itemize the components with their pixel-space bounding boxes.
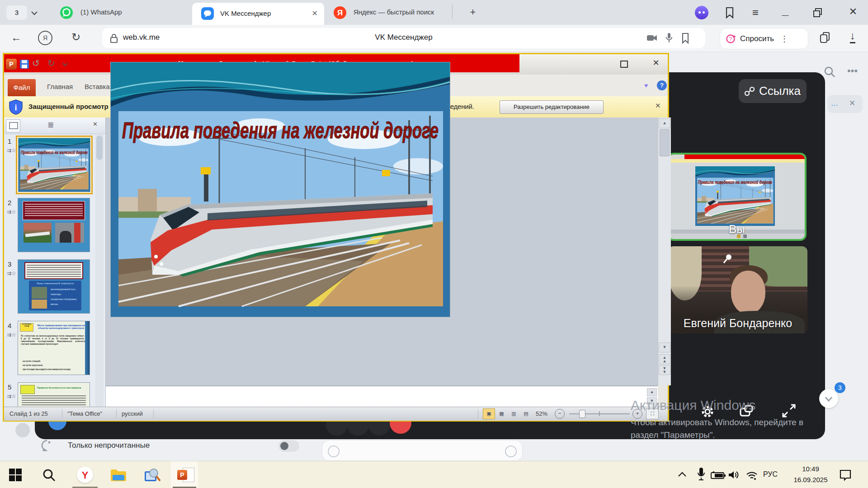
heart-icon[interactable]: ♥	[644, 82, 648, 89]
slide-thumbnail[interactable]: ОСТОРОЖНО ПОЕЗД Места травмирования при …	[18, 321, 90, 375]
expand-icon[interactable]	[781, 403, 797, 418]
tray-language-indicator[interactable]: РУС	[763, 470, 778, 479]
call-tile-participant[interactable]: Евгений Бондаренко	[668, 246, 807, 333]
slide-thumbnail[interactable]: Зоны повышенной опасности железнодорожны…	[18, 259, 90, 314]
collections-icon[interactable]	[819, 31, 832, 44]
protected-view-label: Защищенный просмотр	[28, 103, 108, 110]
undo-icon[interactable]: ↺	[32, 58, 40, 69]
start-button-icon[interactable]	[9, 469, 22, 481]
tray-wifi-icon[interactable]	[745, 470, 759, 480]
refresh-icon[interactable]: ↻	[71, 31, 80, 43]
attach-icon[interactable]	[505, 446, 517, 457]
minimize-button[interactable]: ＿	[778, 5, 792, 18]
tray-speaker-icon[interactable]	[728, 469, 741, 480]
powerpoint-logo-icon[interactable]: P	[6, 59, 17, 70]
pinned-link-text[interactable]: …	[831, 99, 838, 108]
windows-activation-line2: Чтобы активировать Windows, перейдите в	[631, 418, 803, 427]
save-icon[interactable]	[19, 59, 29, 69]
redo-icon[interactable]: ↻	[47, 58, 55, 69]
bookmark-flag-icon[interactable]	[681, 33, 690, 44]
scroll-up-icon[interactable]: ▲	[659, 118, 670, 128]
tab-slides[interactable]	[6, 119, 20, 132]
main-slide[interactable]	[111, 62, 450, 317]
language-indicator[interactable]: русский	[122, 410, 143, 417]
tray-date[interactable]: 16.09.2025	[787, 476, 835, 483]
call-link-button[interactable]: Ссылка	[739, 79, 807, 103]
alice-assistant-icon[interactable]	[695, 6, 708, 19]
yandex-home-button[interactable]: Я	[38, 31, 52, 45]
new-tab-button[interactable]: +	[466, 5, 480, 20]
restore-button[interactable]	[813, 8, 823, 18]
chevron-down-icon[interactable]	[30, 10, 39, 16]
tray-microphone-icon[interactable]	[697, 467, 705, 482]
tray-battery-icon[interactable]	[711, 471, 726, 479]
slide-thumbnail[interactable]: Правила безопасности пассажиров	[18, 382, 90, 409]
slide-thumbnail-selected[interactable]	[16, 136, 93, 194]
emoji-icon[interactable]	[328, 446, 340, 457]
notes-pane[interactable]: ▲ ▼	[106, 385, 658, 408]
tray-time[interactable]: 10:49	[790, 465, 831, 473]
tab-counter-button[interactable]: 3	[6, 5, 27, 20]
thumbnail-row-4[interactable]: 4 ⇉☆ ОСТОРОЖНО ПОЕЗД Места травмирования…	[5, 320, 95, 379]
slide-thumbnail[interactable]	[18, 198, 90, 252]
slideshow-view-button[interactable]: ▤	[520, 409, 532, 419]
scroll-down-button[interactable]	[819, 389, 838, 408]
close-panel-icon[interactable]: ✕	[93, 121, 98, 127]
slide-sorter-view-button[interactable]: ▦	[496, 409, 507, 419]
avatar[interactable]	[15, 423, 30, 437]
bookmarks-icon[interactable]	[724, 6, 735, 19]
enable-editing-button[interactable]: Разрешить редактирование	[500, 100, 604, 114]
microphone-icon[interactable]	[665, 33, 673, 43]
zoom-out-button[interactable]: −	[555, 409, 565, 419]
call-tile-you[interactable]: Вы	[667, 153, 807, 241]
next-slide-button[interactable]: ▼▼	[659, 365, 670, 375]
more-options-icon[interactable]: •••	[847, 65, 858, 77]
taskbar-explorer-icon[interactable]	[110, 469, 127, 482]
help-icon[interactable]: ?	[657, 80, 667, 90]
previous-slide-button[interactable]: ▲▲	[659, 354, 670, 364]
close-button[interactable]: ✕	[648, 58, 664, 68]
zoom-percentage[interactable]: 52%	[536, 410, 547, 417]
notes-scroll-up[interactable]: ▲	[647, 388, 657, 396]
thumbnail-scrollbar[interactable]	[95, 135, 104, 408]
more-dots-icon[interactable]: ⋮	[780, 34, 788, 44]
thumbnail-row-5[interactable]: 5 ⇉☆ Правила безопасности пассажиров	[5, 381, 95, 409]
taskbar-yandex-browser-icon[interactable]: Y	[77, 467, 93, 483]
taskbar-magnifier-app-icon[interactable]	[144, 468, 161, 483]
pin-icon[interactable]	[722, 253, 733, 265]
close-icon[interactable]: ✕	[312, 9, 318, 18]
unread-filter-toggle[interactable]	[278, 440, 299, 452]
thumbnail-row-3[interactable]: 3 ⇉☆ Зоны повышенной опасности железнодо…	[5, 258, 95, 317]
search-icon[interactable]	[824, 66, 835, 78]
slide-scrollbar[interactable]: ▲ ▼ ▲▲ ▼▼	[658, 117, 671, 385]
close-button[interactable]: ✕	[846, 6, 860, 18]
camera-icon[interactable]	[646, 34, 657, 42]
tab-yandex[interactable]: Яндекс — быстрый поиск	[354, 8, 449, 16]
tray-chevron-up-icon[interactable]	[677, 471, 687, 478]
close-icon[interactable]: ✕	[849, 99, 855, 108]
zoom-slider-thumb[interactable]	[579, 410, 585, 418]
tab-vk-messenger[interactable]: VK Мессенджер ✕	[192, 3, 324, 25]
thumbnail-row-2[interactable]: 2 ⇉☆	[5, 197, 95, 256]
maximize-button[interactable]	[616, 59, 632, 70]
downloads-icon[interactable]: ↓	[850, 29, 855, 43]
back-button[interactable]: ←	[11, 31, 22, 44]
menu-icon[interactable]: ≡	[749, 6, 762, 19]
tab-outline[interactable]: ≣	[47, 120, 54, 130]
address-bar[interactable]: web.vk.me VK Мессенджер	[102, 28, 705, 48]
qat-dropdown-icon[interactable]	[62, 62, 68, 67]
ribbon-tab-home[interactable]: Главная	[47, 78, 73, 95]
close-icon[interactable]: ✕	[655, 102, 661, 110]
action-center-icon[interactable]	[839, 469, 852, 481]
ask-ai-button[interactable]: ? Спросить ⋮	[720, 28, 808, 49]
scroll-down-icon[interactable]: ▼	[659, 343, 670, 352]
normal-view-button[interactable]: ▣	[483, 408, 495, 419]
scrollbar-thumb[interactable]	[660, 129, 670, 156]
message-input[interactable]	[322, 440, 523, 461]
tab-whatsapp[interactable]: (1) WhatsApp	[80, 8, 171, 16]
ribbon-tab-file[interactable]: Файл	[8, 79, 36, 96]
thumbnail-row-1[interactable]: 1 ⇉☆	[5, 136, 95, 194]
taskbar-search-icon[interactable]	[42, 469, 55, 481]
reading-view-button[interactable]: ▥	[508, 409, 519, 419]
ribbon-tab-insert[interactable]: Вставка	[85, 78, 110, 95]
